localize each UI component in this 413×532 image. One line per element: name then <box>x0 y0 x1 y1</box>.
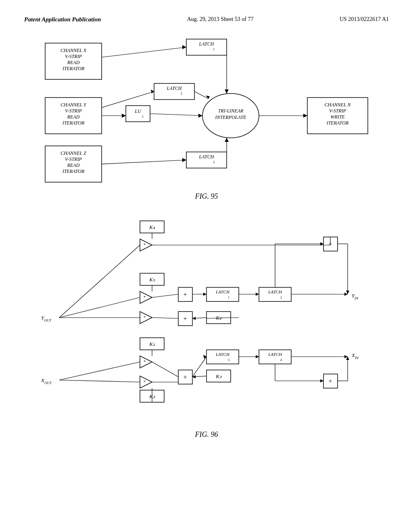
svg-line-47 <box>194 91 209 99</box>
svg-text:LATCH: LATCH <box>199 154 215 160</box>
svg-text:READ: READ <box>67 60 80 65</box>
svg-text:ITERATOR: ITERATOR <box>62 66 85 71</box>
svg-text:READ: READ <box>67 114 80 120</box>
svg-text:1: 1 <box>213 48 215 51</box>
fig95-svg: CHANNEL X V-STRIP READ ITERATOR CHANNEL … <box>33 35 380 188</box>
svg-line-112 <box>152 294 178 297</box>
svg-text:XOUT: XOUT <box>41 377 52 385</box>
svg-text:K₄: K₄ <box>149 224 155 230</box>
svg-text:3: 3 <box>228 358 229 362</box>
svg-text:+: + <box>183 291 187 298</box>
svg-text:V-STRIP: V-STRIP <box>65 108 82 114</box>
svg-text:4: 4 <box>280 358 282 362</box>
svg-text:+: + <box>328 378 332 384</box>
svg-text:2: 2 <box>181 92 182 96</box>
svg-text:+: + <box>183 374 187 380</box>
svg-marker-50 <box>225 138 229 142</box>
svg-text:YOUT: YOUT <box>41 315 52 322</box>
svg-marker-65 <box>140 356 152 368</box>
fig95-label: FIG. 95 <box>195 192 218 201</box>
svg-text:LATCH: LATCH <box>167 85 182 91</box>
svg-line-127 <box>152 362 178 377</box>
svg-text:V-STRIP: V-STRIP <box>329 108 346 114</box>
svg-text:ITERATOR: ITERATOR <box>62 120 85 126</box>
fig96-container: K₄ * K₅ * * K₁ * <box>24 217 389 439</box>
svg-marker-46 <box>225 89 229 94</box>
svg-text:LATCH: LATCH <box>268 352 282 357</box>
svg-marker-52 <box>303 114 307 118</box>
svg-line-108 <box>59 362 140 380</box>
svg-text:K₅: K₅ <box>149 276 155 283</box>
svg-marker-130 <box>192 375 196 378</box>
svg-marker-36 <box>182 45 186 49</box>
svg-line-39 <box>102 91 154 108</box>
svg-marker-42 <box>182 158 186 162</box>
svg-marker-55 <box>140 239 152 251</box>
svg-text:LATCH: LATCH <box>268 289 282 294</box>
svg-text:ITERATOR: ITERATOR <box>62 168 85 174</box>
svg-line-43 <box>150 114 202 116</box>
svg-text:LATCH: LATCH <box>215 289 230 294</box>
svg-marker-59 <box>140 291 152 303</box>
svg-text:LU: LU <box>134 108 142 114</box>
svg-marker-38 <box>122 114 126 118</box>
svg-text:*: * <box>144 380 146 384</box>
svg-line-105 <box>59 245 140 318</box>
svg-text:+: + <box>183 315 187 322</box>
svg-marker-44 <box>198 114 202 118</box>
fig96-svg: K₄ * K₅ * * K₁ * <box>33 217 380 426</box>
diagrams-container: CHANNEL X V-STRIP READ ITERATOR CHANNEL … <box>24 35 389 439</box>
page: Patent Application Publication Aug. 29, … <box>0 0 413 532</box>
svg-line-109 <box>59 380 140 382</box>
svg-text:XIN: XIN <box>351 352 359 360</box>
svg-text:YIN: YIN <box>352 293 359 300</box>
page-header: Patent Application Publication Aug. 29, … <box>24 16 389 23</box>
svg-text:ITERATOR: ITERATOR <box>326 120 349 126</box>
svg-marker-69 <box>140 376 152 388</box>
header-date-sheet: Aug. 29, 2013 Sheet 53 of 77 <box>187 16 254 23</box>
svg-text:1: 1 <box>142 115 144 118</box>
svg-line-131 <box>192 357 206 377</box>
svg-marker-61 <box>140 312 152 324</box>
svg-text:WRITE: WRITE <box>330 114 345 120</box>
svg-marker-137 <box>320 379 323 382</box>
header-title: Patent Application Publication <box>24 16 101 23</box>
svg-text:K₃: K₃ <box>215 373 222 379</box>
svg-text:V-STRIP: V-STRIP <box>65 54 82 59</box>
svg-text:CHANNEL Y: CHANNEL Y <box>60 102 87 108</box>
svg-line-41 <box>102 160 186 164</box>
svg-text:CHANNEL N: CHANNEL N <box>325 102 351 108</box>
svg-marker-134 <box>256 355 259 358</box>
svg-text:K₁: K₁ <box>149 341 155 347</box>
fig95-container: CHANNEL X V-STRIP READ ITERATOR CHANNEL … <box>24 35 389 201</box>
svg-marker-120 <box>256 293 259 296</box>
svg-text:LATCH: LATCH <box>199 41 215 47</box>
svg-line-35 <box>102 47 186 57</box>
svg-marker-40 <box>151 89 154 94</box>
svg-text:*: * <box>144 360 146 364</box>
svg-text:*: * <box>144 243 146 247</box>
svg-marker-115 <box>203 293 206 296</box>
svg-text:2: 2 <box>280 296 282 299</box>
svg-text:3: 3 <box>213 160 215 164</box>
svg-line-106 <box>59 297 140 318</box>
svg-text:CHANNEL X: CHANNEL X <box>60 48 87 53</box>
svg-text:CHANNEL Z: CHANNEL Z <box>60 150 86 156</box>
svg-line-113 <box>152 318 178 318</box>
svg-text:TRI-LINEAR: TRI-LINEAR <box>218 108 244 114</box>
svg-text:LATCH: LATCH <box>215 352 230 357</box>
svg-marker-132 <box>203 355 206 359</box>
header-patent-number: US 2013/0222617 A1 <box>340 16 389 23</box>
svg-text:READ: READ <box>67 162 80 168</box>
svg-text:1: 1 <box>228 296 229 299</box>
svg-text:V-STRIP: V-STRIP <box>65 156 82 162</box>
fig96-label: FIG. 96 <box>195 430 218 439</box>
svg-text:*: * <box>144 295 146 299</box>
svg-text:INTERPOLATE: INTERPOLATE <box>215 114 247 120</box>
svg-text:*: * <box>144 315 146 320</box>
